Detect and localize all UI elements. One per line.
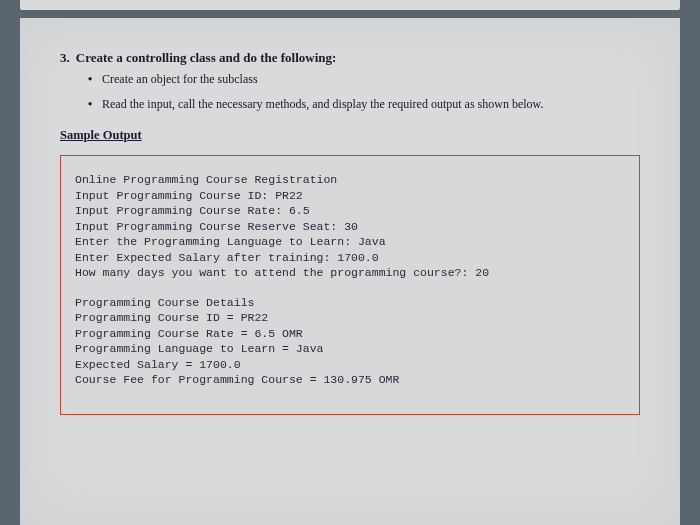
output-line: Expected Salary = 1700.0 [75,357,625,373]
sample-output-heading: Sample Output [60,128,640,143]
output-line: Enter the Programming Language to Learn:… [75,234,625,250]
bullet-item: Read the input, call the necessary metho… [88,97,640,112]
bullet-item: Create an object for the subclass [88,72,640,87]
output-line: Course Fee for Programming Course = 130.… [75,372,625,388]
output-line: Input Programming Course Reserve Seat: 3… [75,219,625,235]
output-line: Programming Course Details [75,295,625,311]
output-line: Programming Language to Learn = Java [75,341,625,357]
output-box: Online Programming Course Registration I… [60,155,640,415]
output-line: Input Programming Course ID: PR22 [75,188,625,204]
output-line: Online Programming Course Registration [75,172,625,188]
question-text: Create a controlling class and do the fo… [76,50,337,66]
previous-page-edge [20,0,680,10]
output-line: Programming Course Rate = 6.5 OMR [75,326,625,342]
output-line: Input Programming Course Rate: 6.5 [75,203,625,219]
question-number: 3. [60,50,70,66]
output-line: How many days you want to attend the pro… [75,265,625,281]
output-gap [75,281,625,295]
output-line: Programming Course ID = PR22 [75,310,625,326]
document-page: 3. Create a controlling class and do the… [20,18,680,525]
bullet-list: Create an object for the subclass Read t… [88,72,640,112]
question-header: 3. Create a controlling class and do the… [60,50,640,66]
output-line: Enter Expected Salary after training: 17… [75,250,625,266]
